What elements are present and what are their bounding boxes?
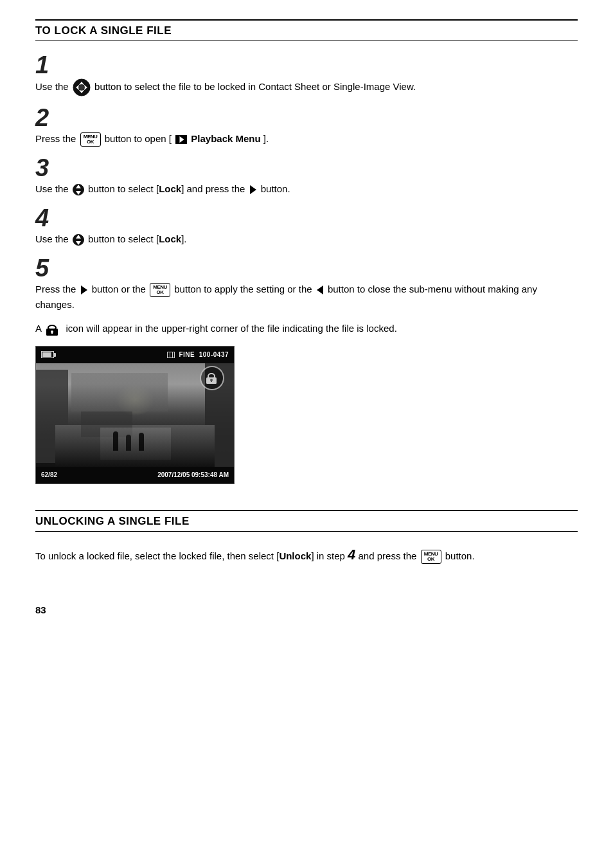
step-1-num: 1 [35, 53, 578, 77]
preview-frame-count: 62/82 [41, 471, 57, 478]
step-5-text: Press the button or the MENU OK button t… [35, 282, 578, 312]
lock-label-4: Lock [159, 233, 181, 244]
svg-point-5 [78, 84, 85, 91]
section2-text: To unlock a locked file, select the lock… [35, 543, 578, 566]
camera-preview: FINE 100-0437 62/82 2007 [35, 346, 235, 484]
playback-icon [175, 135, 187, 144]
page-number: 83 [35, 604, 578, 615]
left-arrow-icon-5 [317, 285, 323, 294]
step-2-num: 2 [35, 105, 578, 130]
menu-ok-button-icon-5: MENU OK [150, 283, 170, 297]
step-ref: 4 [348, 547, 355, 563]
step-3-num: 3 [35, 156, 578, 180]
step-2-block: 2 Press the MENU OK button to open [ Pla… [35, 105, 578, 147]
preview-datetime: 2007/12/05 09:53:48 AM [157, 471, 229, 478]
playback-menu-label: Playback Menu [191, 133, 260, 144]
updown-icon-3 [73, 183, 84, 197]
lock-label-3: Lock [159, 183, 181, 194]
preview-quality-label: FINE 100-0437 [167, 351, 229, 358]
step-1-block: 1 Use the button to select the file to b… [35, 53, 578, 96]
unlock-label: Unlock [279, 550, 311, 561]
step-5-block: 5 Press the button or the MENU OK button… [35, 256, 578, 312]
menu-ok-button-icon-s2: MENU OK [421, 550, 441, 564]
step-4-num: 4 [35, 206, 578, 230]
updown-icon-4 [73, 233, 84, 247]
step-1-text: Use the button to select the file to be … [35, 78, 578, 96]
lock-file-icon [45, 323, 62, 336]
fourway-icon [73, 78, 91, 96]
lock-overlay [200, 366, 224, 390]
info-paragraph: A icon will appear in the upper-right co… [35, 321, 578, 336]
right-arrow-icon [250, 185, 256, 194]
section2: UNLOCKING A SINGLE FILE To unlock a lock… [35, 510, 578, 566]
step-3-text: Use the button to select [Lock] and pres… [35, 181, 578, 197]
step-2-text: Press the MENU OK button to open [ Playb… [35, 131, 578, 147]
step-3-block: 3 Use the button to select [Lock] and pr… [35, 156, 578, 197]
step-4-block: 4 Use the button to select [Lock]. [35, 206, 578, 247]
battery-icon [41, 351, 54, 358]
section2-title: UNLOCKING A SINGLE FILE [35, 510, 578, 532]
right-arrow-icon-5 [81, 285, 87, 294]
section1-title: TO LOCK A SINGLE FILE [35, 19, 578, 41]
menu-ok-button-icon: MENU OK [80, 132, 101, 147]
svg-rect-15 [51, 332, 53, 334]
svg-rect-19 [211, 380, 212, 382]
preview-bottom-bar: 62/82 2007/12/05 09:53:48 AM [36, 467, 234, 484]
step-4-text: Use the button to select [Lock]. [35, 231, 578, 247]
preview-top-bar: FINE 100-0437 [36, 347, 234, 363]
step-5-num: 5 [35, 256, 578, 280]
